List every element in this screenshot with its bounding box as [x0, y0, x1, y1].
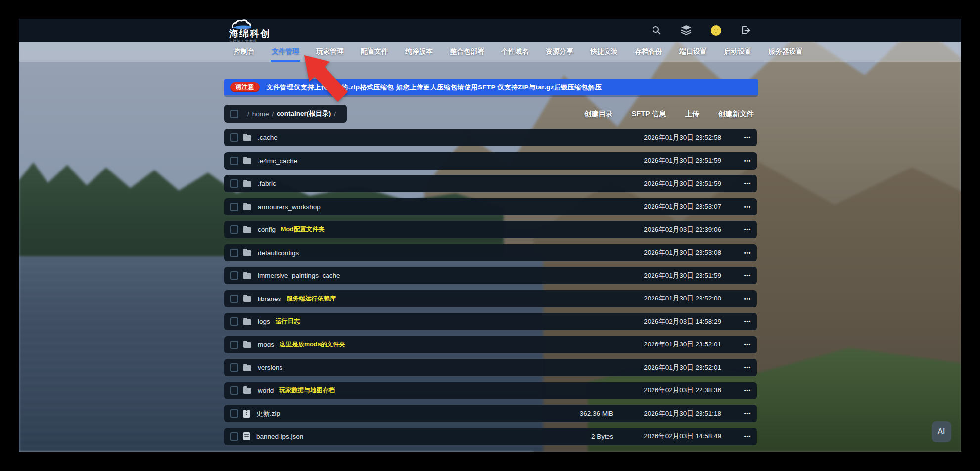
breadcrumb-separator: /	[272, 110, 274, 118]
file-row[interactable]: logs 运行日志 2026年02月03日 14:58:29 •••	[224, 313, 757, 330]
file-row[interactable]: mods 这里是放mods的文件夹 2026年01月30日 23:52:01 •…	[224, 336, 757, 353]
file-date: 2026年01月30日 23:52:01	[644, 363, 721, 372]
row-checkbox[interactable]	[230, 341, 238, 349]
file-note: 运行日志	[276, 317, 300, 326]
file-row[interactable]: armourers_workshop 2026年01月30日 23:53:07 …	[224, 198, 757, 215]
file-row[interactable]: .fabric 2026年01月30日 23:51:59 •••	[224, 175, 757, 192]
file-note: Mod配置文件夹	[281, 225, 325, 234]
folder-icon	[243, 158, 251, 164]
row-menu-button[interactable]: •••	[743, 129, 752, 146]
row-checkbox[interactable]	[230, 133, 238, 142]
breadcrumb-home[interactable]: home	[252, 110, 269, 118]
file-date: 2026年01月30日 23:51:18	[644, 409, 721, 418]
toolbar-button-3[interactable]: 创建新文件	[718, 109, 754, 119]
row-menu-button[interactable]: •••	[743, 428, 752, 445]
row-checkbox[interactable]	[230, 249, 238, 257]
row-menu-button[interactable]: •••	[743, 152, 752, 170]
brand-title: 海绵科创	[229, 29, 271, 39]
row-checkbox[interactable]	[230, 363, 238, 372]
file-name[interactable]: .cache	[258, 134, 278, 141]
tab-1[interactable]: 文件管理	[272, 42, 299, 62]
breadcrumb-separator: /	[247, 110, 249, 118]
file-name[interactable]: immersive_paintings_cache	[258, 272, 340, 279]
row-checkbox[interactable]	[230, 432, 238, 441]
tab-12[interactable]: 服务器设置	[768, 42, 803, 62]
row-checkbox[interactable]	[230, 295, 238, 303]
tab-11[interactable]: 启动设置	[724, 42, 751, 62]
file-name[interactable]: defaultconfigs	[258, 249, 299, 257]
toolbar-button-2[interactable]: 上传	[685, 109, 700, 119]
tab-10[interactable]: 端口设置	[679, 42, 707, 62]
file-name[interactable]: mods	[258, 341, 274, 348]
file-row[interactable]: .cache 2026年01月30日 23:52:58 •••	[224, 129, 757, 146]
file-name[interactable]: libraries	[258, 295, 281, 302]
row-checkbox[interactable]	[230, 179, 238, 188]
file-name[interactable]: versions	[258, 364, 282, 371]
file-date: 2026年01月30日 23:53:08	[644, 248, 721, 257]
row-menu-button[interactable]: •••	[743, 267, 752, 284]
file-row[interactable]: .e4mc_cache 2026年01月30日 23:51:59 •••	[224, 152, 757, 170]
row-menu-button[interactable]: •••	[743, 221, 752, 238]
row-menu-button[interactable]: •••	[743, 405, 752, 422]
file-name[interactable]: banned-ips.json	[256, 433, 303, 440]
row-checkbox[interactable]	[230, 317, 238, 326]
row-menu-button[interactable]: •••	[743, 175, 752, 192]
file-name[interactable]: world	[258, 387, 274, 394]
tab-4[interactable]: 纯净版本	[405, 42, 433, 62]
file-date: 2026年01月30日 23:51:59	[644, 156, 721, 165]
file-date: 2026年01月30日 23:52:01	[644, 340, 721, 349]
row-menu-button[interactable]: •••	[743, 290, 752, 307]
layers-icon[interactable]	[681, 25, 692, 36]
row-checkbox[interactable]	[230, 409, 238, 418]
row-menu-button[interactable]: •••	[743, 313, 752, 330]
file-row[interactable]: banned-ips.json 2 Bytes 2026年02月03日 14:5…	[224, 428, 757, 445]
file-date: 2026年01月30日 23:51:59	[644, 271, 721, 280]
tab-8[interactable]: 快捷安装	[590, 42, 618, 62]
file-row[interactable]: immersive_paintings_cache 2026年01月30日 23…	[224, 267, 757, 284]
brand-logo[interactable]: 海绵科创 云计算 | 大数据	[229, 19, 271, 43]
file-row[interactable]: versions 2026年01月30日 23:52:01 •••	[224, 359, 757, 376]
tab-0[interactable]: 控制台	[234, 42, 255, 62]
toolbar-button-0[interactable]: 创建目录	[584, 109, 613, 119]
file-row[interactable]: world 玩家数据与地图存档 2026年02月03日 22:38:36 •••	[224, 382, 757, 399]
avatar-face	[711, 25, 721, 36]
file-row[interactable]: defaultconfigs 2026年01月30日 23:53:08 •••	[224, 244, 757, 261]
row-menu-button[interactable]: •••	[743, 244, 752, 261]
row-menu-button[interactable]: •••	[743, 382, 752, 399]
tab-3[interactable]: 配置文件	[361, 42, 388, 62]
file-name[interactable]: logs	[258, 318, 270, 325]
folder-icon	[243, 388, 251, 394]
tab-6[interactable]: 个性域名	[501, 42, 529, 62]
row-checkbox[interactable]	[230, 203, 238, 211]
row-menu-button[interactable]: •••	[743, 198, 752, 215]
file-name[interactable]: .fabric	[258, 180, 276, 187]
file-name[interactable]: armourers_workshop	[258, 203, 321, 211]
tab-5[interactable]: 整合包部署	[450, 42, 484, 62]
file-list: .cache 2026年01月30日 23:52:58 ••• .e4mc_ca…	[224, 129, 757, 451]
file-note: 这里是放mods的文件夹	[280, 341, 345, 349]
tab-9[interactable]: 存档备份	[635, 42, 662, 62]
file-row[interactable]: config Mod配置文件夹 2026年02月03日 22:39:06 •••	[224, 221, 757, 238]
file-note: 服务端运行依赖库	[286, 295, 336, 303]
file-row[interactable]: 更新.zip 362.36 MiB 2026年01月30日 23:51:18 •…	[224, 405, 757, 422]
select-all-checkbox[interactable]	[230, 110, 238, 118]
search-icon[interactable]	[651, 25, 662, 36]
row-checkbox[interactable]	[230, 386, 238, 395]
tab-2[interactable]: 玩家管理	[316, 42, 344, 62]
tab-7[interactable]: 资源分享	[546, 42, 573, 62]
file-name[interactable]: 更新.zip	[256, 409, 280, 418]
row-checkbox[interactable]	[230, 157, 238, 165]
row-menu-button[interactable]: •••	[743, 336, 752, 353]
toolbar-button-1[interactable]: SFTP 信息	[632, 109, 666, 119]
row-checkbox[interactable]	[230, 225, 238, 234]
user-avatar[interactable]	[710, 25, 721, 36]
file-name[interactable]: .e4mc_cache	[258, 157, 297, 165]
file-date: 2026年01月30日 23:53:07	[644, 202, 721, 211]
row-menu-button[interactable]: •••	[743, 359, 752, 376]
ai-assistant-button[interactable]: AI	[932, 421, 951, 442]
breadcrumb-current-dir[interactable]: container(根目录)	[277, 109, 331, 118]
file-row[interactable]: libraries 服务端运行依赖库 2026年01月30日 23:52:00 …	[224, 290, 757, 307]
file-name[interactable]: config	[258, 226, 276, 233]
logout-icon[interactable]	[740, 25, 751, 36]
row-checkbox[interactable]	[230, 271, 238, 280]
